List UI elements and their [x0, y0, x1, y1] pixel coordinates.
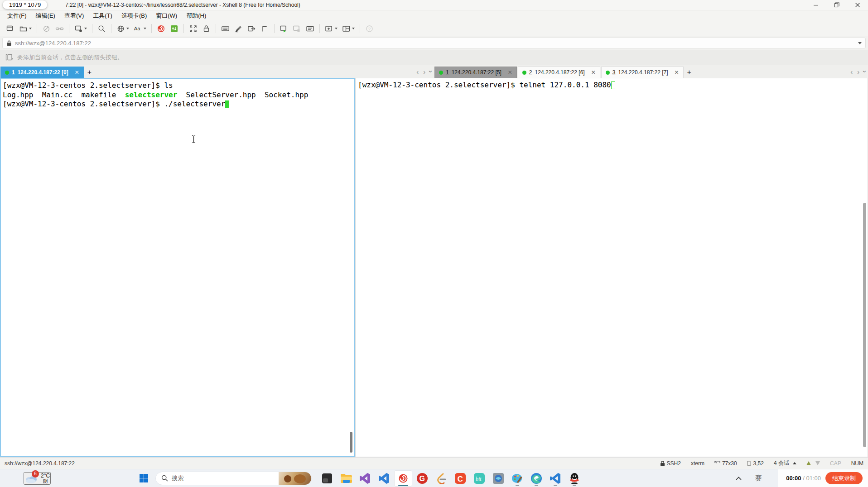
lock-screen-button[interactable] — [200, 23, 212, 34]
new-tab-button[interactable]: + — [84, 67, 95, 78]
status-label: xterm — [691, 460, 704, 467]
search-input[interactable]: 搜索 — [172, 474, 275, 482]
rename-tab-button[interactable] — [259, 23, 271, 34]
leetcode-icon — [436, 473, 447, 484]
dropdown-caret-icon[interactable] — [144, 28, 146, 29]
session-tab[interactable]: 1124.220.4.187:22 [0]✕ — [0, 67, 84, 78]
address-dropdown-icon[interactable] — [858, 42, 862, 44]
address-input[interactable]: ssh://wzx@124.220.4.187:22 — [2, 38, 866, 48]
status-session-count[interactable]: 4 会话 — [774, 459, 796, 467]
tab-index: 1 — [12, 69, 15, 76]
tray-ime-button[interactable]: 赛 — [752, 470, 764, 487]
scroll-tabs-left-icon[interactable]: ‹ — [850, 68, 853, 75]
menubar: 文件(F)编辑(E)查看(V)工具(T)选项卡(B)窗口(W)帮助(H) — [0, 10, 868, 21]
compose-bar-button[interactable] — [304, 23, 316, 34]
scroll-down-icon[interactable] — [815, 461, 820, 465]
dropdown-caret-icon[interactable] — [84, 28, 87, 29]
restore-button[interactable] — [826, 0, 847, 10]
run-script-button[interactable] — [278, 23, 290, 34]
new-session-button[interactable] — [4, 23, 16, 34]
encoding-button[interactable] — [115, 23, 131, 34]
menu-tab[interactable]: 选项卡(B) — [117, 10, 151, 21]
dropdown-caret-icon[interactable] — [126, 28, 129, 29]
menu-tools[interactable]: 工具(T) — [88, 10, 117, 21]
visual-studio-blue-app-button[interactable] — [375, 470, 393, 487]
font-button[interactable]: Aa — [132, 23, 148, 34]
close-button[interactable] — [847, 0, 868, 10]
taskbar-search[interactable]: 搜索 — [155, 472, 312, 485]
visual-studio-app-button[interactable] — [356, 470, 374, 487]
minimize-button[interactable] — [805, 0, 826, 10]
scroll-tabs-right-icon[interactable]: › — [857, 68, 859, 75]
disconnect-button[interactable] — [40, 23, 53, 34]
tab-list-dropdown-icon[interactable]: › — [428, 71, 434, 73]
tray-expand-button[interactable] — [733, 470, 744, 487]
edge-app-button[interactable] — [527, 470, 545, 487]
tab-list-dropdown-icon[interactable]: › — [862, 71, 868, 73]
open-sessions-button[interactable] — [17, 23, 34, 34]
weather-widget[interactable]: 6 2°C 阴 — [24, 472, 51, 485]
dropdown-caret-icon[interactable] — [335, 28, 338, 29]
reconnect-button[interactable] — [53, 23, 66, 34]
duplicate-session-button[interactable] — [72, 23, 89, 34]
menu-window[interactable]: 窗口(W) — [151, 10, 182, 21]
dropdown-caret-icon[interactable] — [352, 28, 355, 29]
session-tab[interactable]: 3124.220.4.187:22 [7]✕ — [601, 67, 684, 78]
sessions-caret-icon[interactable] — [793, 462, 796, 464]
find-button[interactable] — [96, 23, 108, 34]
scroll-up-icon[interactable] — [806, 461, 811, 465]
left-scrollbar[interactable] — [348, 79, 354, 456]
xshell-app-button[interactable] — [394, 470, 412, 487]
tab-close-button[interactable]: ✕ — [671, 69, 679, 76]
scroll-tabs-right-icon[interactable]: › — [423, 68, 425, 75]
fullscreen-button[interactable] — [187, 23, 199, 34]
tab-close-button[interactable]: ✕ — [71, 69, 79, 76]
session-tab[interactable]: 1124.220.4.187:22 [5]✕ — [434, 67, 517, 78]
status-label: SSH2 — [667, 460, 681, 467]
new-tab-button[interactable]: + — [684, 67, 694, 78]
folder-icon — [19, 24, 28, 33]
qq-app-button[interactable] — [565, 470, 583, 487]
new-tab-button[interactable] — [323, 23, 339, 34]
dropdown-caret-icon[interactable] — [29, 28, 32, 29]
menu-help[interactable]: 帮助(H) — [182, 10, 211, 21]
leetcode-app-button[interactable] — [432, 470, 450, 487]
right-scrollbar[interactable] — [862, 78, 868, 457]
menu-edit[interactable]: 编辑(E) — [31, 10, 60, 21]
stop-script-button[interactable] — [291, 23, 303, 34]
menu-file[interactable]: 文件(F) — [3, 10, 31, 21]
session-tab[interactable]: 2124.220.4.187:22 [6]✕ — [518, 67, 600, 78]
vscode-app-button[interactable] — [546, 470, 564, 487]
csdn-app-button[interactable]: C — [451, 470, 469, 487]
terminal-text: Log.hpp Main.cc makefile — [3, 91, 125, 99]
search-spotlight-image[interactable] — [279, 472, 311, 485]
highlight-sets-button[interactable] — [232, 23, 245, 34]
remote-desktop-app-button[interactable] — [489, 470, 507, 487]
recorder-separator: / — [803, 475, 805, 482]
stop-recording-button[interactable]: 结束录制 — [825, 472, 863, 484]
right-scrollbar-thumb[interactable] — [863, 203, 866, 447]
scroll-tabs-left-icon[interactable]: ‹ — [416, 68, 419, 75]
menu-view[interactable]: 查看(V) — [60, 10, 88, 21]
send-text-button[interactable] — [246, 23, 258, 34]
file-explorer-app-button[interactable] — [337, 470, 355, 487]
gitee-app-button[interactable]: G — [413, 470, 431, 487]
virtual-keyboard-button[interactable] — [219, 23, 231, 34]
xftp-button[interactable] — [168, 23, 180, 34]
paint-app-icon — [511, 473, 524, 484]
tile-layout-button[interactable] — [340, 23, 357, 34]
paint-app-app-button[interactable] — [508, 470, 526, 487]
tab-close-button[interactable]: ✕ — [588, 69, 596, 76]
help-button[interactable]: ? — [363, 23, 376, 34]
xagent-button[interactable] — [155, 23, 167, 34]
windows-taskbar: 6 2°C 阴 搜索 GCbit 赛 00:00 / 01:00 结束录制 — [0, 469, 868, 487]
toolbar-separator — [274, 24, 275, 33]
tab-close-button[interactable]: ✕ — [504, 69, 512, 76]
terminal-app-app-button[interactable] — [318, 470, 336, 487]
terminal-pane-left[interactable]: [wzx@VM-12-3-centos 2.selectserver]$ lsL… — [0, 78, 355, 457]
remote-desktop-icon — [492, 473, 504, 484]
bit-app-app-button[interactable]: bit — [470, 470, 488, 487]
start-button[interactable] — [140, 474, 148, 482]
terminal-pane-right[interactable]: [wzx@VM-12-3-centos 2.selectserver]$ tel… — [356, 78, 868, 457]
left-scrollbar-thumb[interactable] — [350, 432, 352, 453]
